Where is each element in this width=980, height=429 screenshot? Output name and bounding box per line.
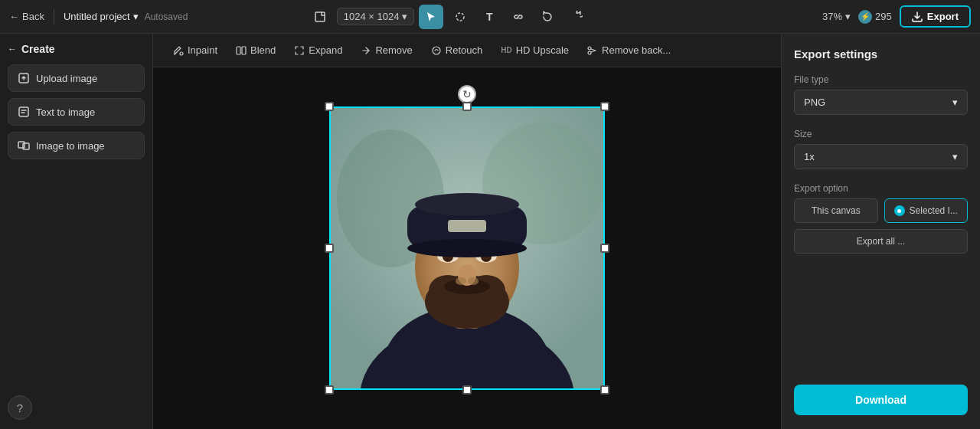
main-area: ← Create Upload image Text to image Imag… — [0, 34, 980, 429]
credits-display: ⚡ 295 — [858, 10, 892, 24]
svg-point-25 — [468, 277, 479, 285]
canvas-area-wrapper: Inpaint Blend Expand Remove — [153, 34, 781, 429]
file-type-dropdown[interactable]: PNG ▾ — [794, 90, 968, 115]
back-arrow-icon: ← — [8, 44, 17, 54]
toolbar-remove-background[interactable]: Remove back... — [580, 41, 678, 60]
toolbar-remove[interactable]: Remove — [353, 41, 420, 60]
handle-bottom-middle[interactable] — [462, 385, 472, 395]
toolbar-blend[interactable]: Blend — [228, 41, 283, 60]
toolbar-expand[interactable]: Expand — [286, 41, 350, 60]
svg-point-6 — [180, 52, 183, 55]
divider — [54, 9, 54, 25]
image-object[interactable]: ↻ — [329, 106, 605, 390]
svg-rect-5 — [23, 143, 29, 149]
export-all-button[interactable]: Export all ... — [794, 229, 968, 254]
resize-icon — [308, 5, 332, 29]
portrait-image — [329, 106, 605, 390]
svg-point-9 — [433, 47, 440, 54]
handle-top-right[interactable] — [600, 102, 609, 111]
chevron-down-icon: ▾ — [845, 11, 851, 22]
handle-top-left[interactable] — [325, 102, 334, 111]
sidebar-item-text-to-image[interactable]: Text to image — [8, 98, 145, 126]
sidebar-footer: ? — [8, 395, 145, 420]
export-icon — [912, 11, 923, 22]
upload-icon — [18, 72, 30, 84]
radio-dot-selected — [894, 205, 905, 216]
svg-point-24 — [456, 277, 466, 285]
handle-middle-right[interactable] — [600, 244, 609, 253]
this-canvas-button[interactable]: This canvas — [794, 198, 878, 223]
sidebar: ← Create Upload image Text to image Imag… — [0, 34, 153, 429]
toolbar-inpaint[interactable]: Inpaint — [165, 41, 225, 60]
back-label: Back — [22, 11, 44, 22]
svg-rect-3 — [19, 107, 28, 116]
export-option-section: Export option This canvas Selected I... … — [794, 183, 968, 254]
toolbar-retouch[interactable]: Retouch — [423, 41, 490, 60]
file-type-label: File type — [794, 74, 968, 85]
back-arrow-icon: ← — [9, 11, 19, 22]
handle-top-middle[interactable] — [462, 102, 472, 111]
svg-rect-0 — [315, 12, 325, 21]
remove-icon — [361, 45, 371, 56]
expand-icon — [294, 45, 305, 56]
text-icon — [18, 106, 30, 118]
svg-rect-35 — [448, 220, 486, 232]
export-all-row: Export all ... — [794, 229, 968, 254]
size-section: Size 1x ▾ — [794, 129, 968, 169]
size-dropdown[interactable]: 1x ▾ — [794, 144, 968, 169]
topbar-right: 37% ▾ ⚡ 295 Export — [822, 5, 971, 28]
svg-point-11 — [588, 51, 591, 54]
sidebar-item-image-to-image[interactable]: Image to image — [8, 132, 145, 159]
chevron-down-icon: ▾ — [133, 11, 139, 22]
canvas[interactable]: ↻ — [153, 67, 781, 429]
project-name[interactable]: Untitled project ▾ — [64, 11, 139, 22]
portrait-svg — [329, 106, 605, 390]
handle-bottom-right[interactable] — [600, 385, 609, 395]
rotate-handle[interactable]: ↻ — [458, 85, 476, 103]
blend-icon — [236, 45, 247, 56]
text-tool[interactable]: T — [477, 5, 501, 29]
handle-middle-left[interactable] — [325, 244, 334, 253]
svg-rect-4 — [18, 142, 24, 148]
svg-rect-8 — [242, 47, 246, 54]
sidebar-item-upload-image[interactable]: Upload image — [8, 64, 145, 92]
lasso-tool[interactable] — [448, 5, 472, 29]
svg-rect-7 — [237, 47, 240, 54]
topbar-center-tools: 1024 × 1024 ▾ T — [308, 5, 590, 29]
toolbar-upscale[interactable]: HD HD Upscale — [493, 41, 577, 60]
toolbar: Inpaint Blend Expand Remove — [153, 34, 781, 67]
help-button[interactable]: ? — [8, 395, 32, 420]
canvas-size-selector[interactable]: 1024 × 1024 ▾ — [337, 8, 415, 25]
image-to-image-icon — [18, 139, 30, 152]
chevron-down-icon: ▾ — [402, 11, 407, 22]
back-button[interactable]: ← Back — [9, 11, 44, 22]
undo-tool[interactable] — [535, 5, 560, 29]
topbar: ← Back Untitled project ▾ Autosaved 1024… — [0, 0, 980, 34]
export-button[interactable]: Export — [900, 5, 971, 28]
handle-bottom-left[interactable] — [325, 385, 334, 395]
retouch-icon — [431, 45, 442, 56]
zoom-selector[interactable]: 37% ▾ — [822, 11, 851, 22]
export-option-row: This canvas Selected I... — [794, 198, 968, 223]
redo-tool[interactable] — [564, 5, 589, 29]
svg-point-10 — [588, 47, 591, 50]
credits-icon: ⚡ — [858, 10, 872, 24]
export-panel: Export settings File type PNG ▾ Size 1x … — [781, 34, 980, 429]
export-option-label: Export option — [794, 183, 968, 194]
file-type-section: File type PNG ▾ — [794, 74, 968, 115]
scissors-icon — [587, 45, 598, 56]
selected-layers-button[interactable]: Selected I... — [884, 198, 969, 223]
chevron-down-icon: ▾ — [952, 97, 958, 108]
export-panel-title: Export settings — [794, 47, 968, 61]
chevron-down-icon: ▾ — [952, 151, 958, 162]
svg-point-34 — [407, 239, 527, 257]
svg-point-36 — [415, 193, 519, 216]
inpaint-icon — [173, 45, 184, 56]
link-tool[interactable] — [506, 5, 531, 29]
select-tool[interactable] — [419, 5, 443, 29]
svg-point-1 — [456, 13, 464, 21]
autosaved-status: Autosaved — [145, 11, 188, 22]
sidebar-header: ← Create — [8, 43, 145, 55]
size-label: Size — [794, 129, 968, 139]
download-button[interactable]: Download — [794, 385, 968, 415]
